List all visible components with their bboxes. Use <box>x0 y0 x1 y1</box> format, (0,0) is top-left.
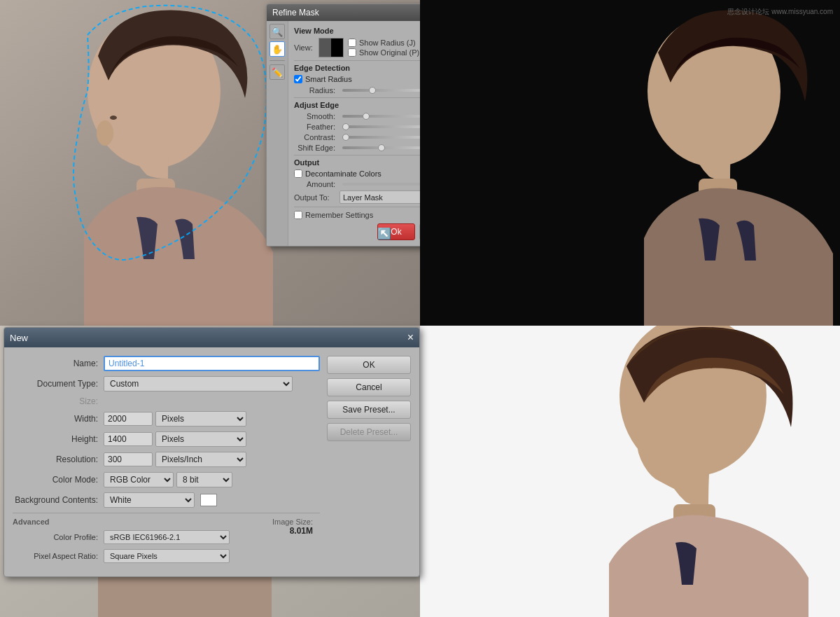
decontaminate-label: Decontaminate Colors <box>305 169 382 178</box>
background-color-swatch[interactable] <box>200 494 217 506</box>
advanced-label: Advanced <box>13 518 272 526</box>
refine-mask-titlebar: Refine Mask × <box>267 4 420 21</box>
pixel-aspect-label: Pixel Aspect Ratio: <box>13 552 104 560</box>
shift-edge-row: Shift Edge: -12 % <box>294 144 420 152</box>
resolution-label: Resolution: <box>13 455 104 464</box>
name-input[interactable] <box>104 356 320 371</box>
color-profile-label: Color Profile: <box>13 533 104 541</box>
show-original-checkbox-row[interactable]: Show Original (P) <box>348 48 419 57</box>
document-type-label: Document Type: <box>13 379 104 389</box>
contrast-slider[interactable] <box>342 136 420 139</box>
shift-edge-slider[interactable] <box>342 146 420 149</box>
remember-settings-checkbox[interactable] <box>294 211 302 219</box>
output-to-label: Output To: <box>294 193 340 202</box>
amount-label: Amount: <box>294 180 340 188</box>
refine-mask-ok-button[interactable]: Ok <box>377 223 414 240</box>
view-thumbnail[interactable] <box>318 38 344 57</box>
amount-slider <box>342 183 420 186</box>
image-size-section: Image Size: 8.01M <box>272 518 320 536</box>
refine-mask-cancel-button[interactable]: Cancel <box>419 223 420 240</box>
svg-point-3 <box>110 116 117 120</box>
resolution-row: Resolution: Pixels/Inch <box>13 452 320 467</box>
show-radius-label: Show Radius (J) <box>359 39 416 47</box>
height-unit-select[interactable]: Pixels <box>155 431 246 447</box>
decontaminate-checkbox[interactable] <box>294 169 302 178</box>
decontaminate-row[interactable]: Decontaminate Colors <box>294 169 420 178</box>
refine-mask-dialog: Refine Mask × 🔍 ✋ ✏️ View Mode View: <box>266 4 420 247</box>
width-group: Pixels <box>104 411 246 427</box>
svg-point-4 <box>97 120 113 146</box>
background-contents-select[interactable]: White <box>104 492 195 508</box>
hand-tool[interactable]: ✋ <box>270 41 285 57</box>
show-original-checkbox[interactable] <box>348 48 356 57</box>
resolution-input[interactable] <box>104 452 153 466</box>
background-contents-row: Background Contents: White <box>13 492 320 508</box>
document-type-select[interactable]: Custom <box>104 376 293 391</box>
pixel-aspect-row: Pixel Aspect Ratio: Square Pixels <box>13 549 272 563</box>
person-photo-q4 <box>420 326 840 617</box>
color-profile-select[interactable]: sRGB IEC61966-2.1 <box>104 530 230 544</box>
new-dialog-title: New <box>10 333 28 343</box>
new-cancel-button[interactable]: Cancel <box>327 378 411 396</box>
contrast-label: Contrast: <box>294 133 340 141</box>
width-input[interactable] <box>104 412 153 426</box>
smooth-label: Smooth: <box>294 112 340 120</box>
quadrant-white-result <box>420 326 840 617</box>
name-label: Name: <box>13 359 104 368</box>
size-row: Size: <box>13 396 320 406</box>
show-radius-checkbox[interactable] <box>348 39 356 47</box>
pixel-aspect-select[interactable]: Square Pixels <box>104 549 230 563</box>
width-unit-select[interactable]: Pixels <box>155 411 246 427</box>
new-ok-button[interactable]: OK <box>327 356 411 374</box>
watermark: 思念设计论坛 www.missyuan.com <box>727 7 833 17</box>
new-dialog-left-panel: Name: Document Type: Custom Size: Width: <box>13 356 320 568</box>
smart-radius-row[interactable]: Smart Radius <box>294 75 420 83</box>
new-dialog-close[interactable]: × <box>407 331 414 344</box>
feather-row: Feather: 0.0 px <box>294 123 420 131</box>
output-to-dropdown[interactable]: Layer Mask ▾ <box>340 190 420 204</box>
remember-settings-label: Remember Settings <box>305 211 373 219</box>
new-dialog-body: Name: Document Type: Custom Size: Width: <box>4 347 419 576</box>
bit-depth-select[interactable]: 8 bit <box>176 472 232 487</box>
color-mode-row: Color Mode: RGB Color 8 bit <box>13 472 320 487</box>
shift-edge-label: Shift Edge: <box>294 144 340 152</box>
radius-row: Radius: 2.1 px <box>294 86 420 95</box>
person-photo-q2 <box>420 0 840 326</box>
zoom-tool[interactable]: 🔍 <box>270 24 285 39</box>
image-size-value: 8.01M <box>272 526 313 536</box>
refine-mask-title: Refine Mask <box>272 8 319 18</box>
height-input[interactable] <box>104 432 153 446</box>
output-title: Output <box>294 158 420 167</box>
save-preset-button[interactable]: Save Preset... <box>327 401 411 419</box>
smooth-slider[interactable] <box>342 115 420 118</box>
width-label: Width: <box>13 414 104 424</box>
quadrant-original-selection: Refine Mask × 🔍 ✋ ✏️ View Mode View: <box>0 0 420 326</box>
feather-label: Feather: <box>294 123 340 131</box>
resolution-group: Pixels/Inch <box>104 452 246 467</box>
show-original-label: Show Original (P) <box>359 48 419 57</box>
smart-radius-checkbox[interactable] <box>294 75 302 83</box>
color-mode-select[interactable]: RGB Color <box>104 472 174 487</box>
refine-mask-buttons: Ok Cancel <box>294 223 420 240</box>
view-mode-title: View Mode <box>294 27 420 35</box>
size-label: Size: <box>13 396 104 406</box>
delete-preset-button[interactable]: Delete Preset... <box>327 423 411 441</box>
output-to-row: Output To: Layer Mask ▾ <box>294 190 420 204</box>
remember-settings-row[interactable]: Remember Settings <box>294 211 420 219</box>
name-row: Name: <box>13 356 320 371</box>
quadrant-black-result: 思念设计论坛 www.missyuan.com <box>420 0 840 326</box>
height-group: Pixels <box>104 431 246 447</box>
resolution-unit-select[interactable]: Pixels/Inch <box>155 452 246 467</box>
show-radius-checkbox-row[interactable]: Show Radius (J) <box>348 39 419 47</box>
advanced-divider <box>13 513 320 513</box>
edge-detection-title: Edge Detection <box>294 64 420 72</box>
view-options: Show Radius (J) Show Original (P) <box>348 39 419 57</box>
brush-tool[interactable]: ✏️ <box>270 64 285 80</box>
amount-row: Amount: % <box>294 180 420 188</box>
new-dialog-right-panel: OK Cancel Save Preset... Delete Preset..… <box>327 356 411 568</box>
height-label: Height: <box>13 434 104 444</box>
image-size-label: Image Size: <box>272 518 313 526</box>
radius-slider[interactable] <box>342 89 420 92</box>
feather-slider[interactable] <box>342 125 420 128</box>
view-label: View: <box>294 43 318 52</box>
